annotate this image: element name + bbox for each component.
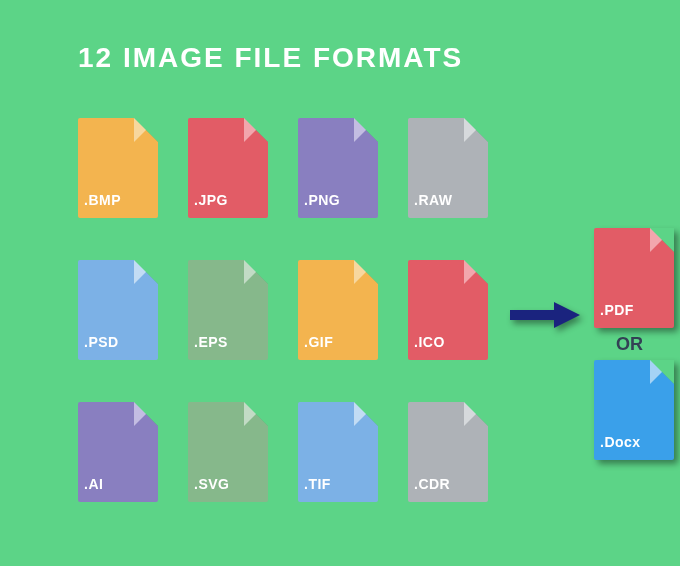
or-label: OR <box>616 334 643 355</box>
diagram-canvas: 12 IMAGE FILE FORMATS .BMP.JPG.PNG.RAW.P… <box>0 0 680 566</box>
svg-marker-0 <box>510 302 580 328</box>
file-corner-cut <box>464 260 488 284</box>
file-corner-cut <box>244 260 268 284</box>
file-icon: .AI <box>78 402 158 502</box>
file-icon: .PNG <box>298 118 378 218</box>
file-ext-label: .GIF <box>304 334 333 350</box>
file-corner-cut <box>134 260 158 284</box>
file-ext-label: .EPS <box>194 334 228 350</box>
file-ext-label: .JPG <box>194 192 228 208</box>
file-icon: .ICO <box>408 260 488 360</box>
arrow-icon <box>510 302 580 322</box>
file-ext-label: .RAW <box>414 192 453 208</box>
file-icon: .Docx <box>594 360 674 460</box>
page-title: 12 IMAGE FILE FORMATS <box>78 42 463 74</box>
file-corner-cut <box>650 360 674 384</box>
file-ext-label: .Docx <box>600 434 641 450</box>
file-icon: .TIF <box>298 402 378 502</box>
file-corner-cut <box>650 228 674 252</box>
file-corner-cut <box>244 118 268 142</box>
file-icon: .PSD <box>78 260 158 360</box>
file-corner-cut <box>134 402 158 426</box>
file-corner-cut <box>354 118 378 142</box>
file-icon: .GIF <box>298 260 378 360</box>
file-ext-label: .PDF <box>600 302 634 318</box>
file-icon: .JPG <box>188 118 268 218</box>
file-corner-cut <box>134 118 158 142</box>
file-corner-cut <box>354 402 378 426</box>
file-icon: .SVG <box>188 402 268 502</box>
file-icon: .CDR <box>408 402 488 502</box>
file-corner-cut <box>244 402 268 426</box>
file-icon: .BMP <box>78 118 158 218</box>
file-corner-cut <box>354 260 378 284</box>
file-ext-label: .TIF <box>304 476 331 492</box>
file-ext-label: .CDR <box>414 476 450 492</box>
file-ext-label: .BMP <box>84 192 121 208</box>
file-corner-cut <box>464 118 488 142</box>
file-corner-cut <box>464 402 488 426</box>
file-ext-label: .AI <box>84 476 103 492</box>
file-icon: .EPS <box>188 260 268 360</box>
file-ext-label: .PNG <box>304 192 340 208</box>
file-ext-label: .ICO <box>414 334 445 350</box>
file-ext-label: .PSD <box>84 334 119 350</box>
file-icon: .RAW <box>408 118 488 218</box>
file-icon: .PDF <box>594 228 674 328</box>
file-ext-label: .SVG <box>194 476 229 492</box>
